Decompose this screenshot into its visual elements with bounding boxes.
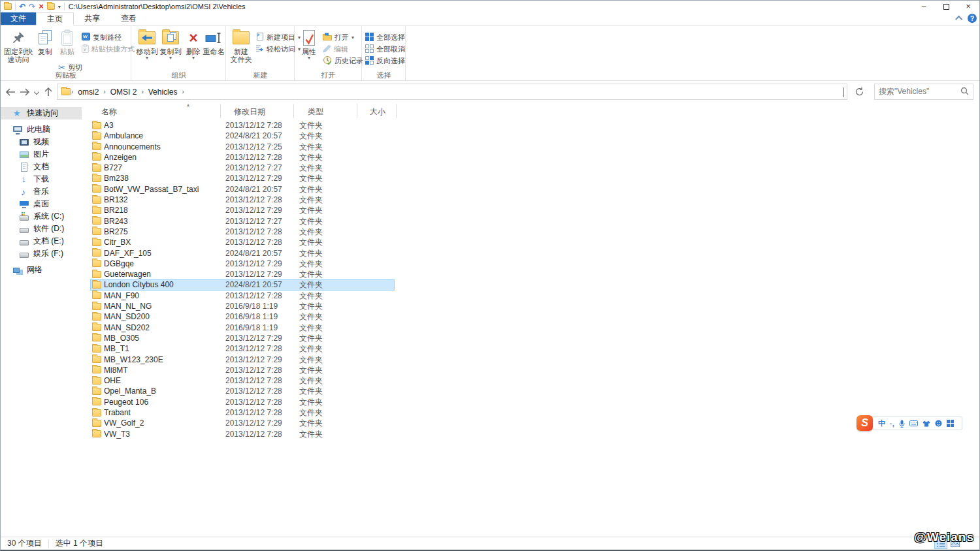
rename-button[interactable]: 重命名 [203, 28, 225, 55]
sidebar-item[interactable]: 下载 [1, 173, 82, 185]
sidebar-item[interactable]: 系统 (C:) [1, 210, 82, 223]
file-row[interactable]: MAN_SD202 2016/9/18 1:19 文件夹 [90, 323, 979, 333]
file-row[interactable]: OHE 2013/12/12 7:28 文件夹 [90, 375, 979, 386]
restore-button[interactable] [935, 1, 957, 12]
file-row[interactable]: VW_Golf_2 2013/12/12 7:29 文件夹 [90, 418, 979, 428]
file-row[interactable]: MAN_NL_NG 2016/9/18 1:19 文件夹 [90, 301, 979, 311]
breadcrumb-segment-omsi2[interactable]: omsi2 [74, 87, 103, 97]
column-header-name[interactable]: 名称 [101, 106, 117, 118]
file-row[interactable]: Ambulance 2024/8/21 20:57 文件夹 [90, 131, 979, 141]
paste-button[interactable]: 粘贴 [57, 28, 78, 55]
pin-to-quick-access-button[interactable]: 固定到快 速访问 [3, 28, 33, 63]
file-row[interactable]: A3 2013/12/12 7:28 文件夹 [90, 120, 979, 131]
sidebar-item[interactable]: 此电脑 [1, 123, 82, 136]
breadcrumb[interactable]: › omsi2 › OMSI 2 › Vehicles › [57, 84, 847, 100]
file-row[interactable]: Opel_Manta_B 2013/12/12 7:28 文件夹 [90, 386, 979, 396]
breadcrumb-segment-vehicles[interactable]: Vehicles [144, 87, 182, 97]
file-row[interactable]: BR132 2013/12/12 7:28 文件夹 [90, 195, 979, 205]
column-divider[interactable] [396, 104, 397, 118]
tab-file[interactable]: 文件 [1, 12, 36, 25]
sogou-logo-icon[interactable]: S [857, 415, 873, 431]
sidebar-item[interactable]: 娱乐 (F:) [1, 247, 82, 260]
file-row[interactable]: Announcements 2013/12/12 7:25 文件夹 [90, 142, 979, 152]
back-button[interactable] [3, 88, 18, 96]
close-button[interactable]: × [957, 1, 979, 12]
breadcrumb-segment-omsi-2[interactable]: OMSI 2 [106, 87, 141, 97]
sidebar-item[interactable]: 视频 [1, 136, 82, 148]
column-header-type[interactable]: 类型 [308, 106, 323, 118]
delete-qat-button[interactable]: × [39, 3, 44, 10]
file-row[interactable]: Peugeot 106 2013/12/12 7:28 文件夹 [90, 397, 979, 407]
properties-qat-icon[interactable] [47, 3, 55, 10]
copy-button[interactable]: 复制 [35, 28, 56, 55]
move-to-button[interactable]: 移动到 [136, 28, 158, 60]
ime-emoji-icon[interactable] [935, 420, 942, 427]
file-row[interactable]: BR243 2013/12/12 7:27 文件夹 [90, 216, 979, 227]
open-button[interactable]: 打开 [323, 32, 354, 42]
refresh-button[interactable] [851, 84, 867, 100]
file-row[interactable]: Trabant 2013/12/12 7:28 文件夹 [90, 407, 979, 418]
file-row[interactable]: DGBgqe 2013/12/12 7:29 文件夹 [90, 259, 979, 269]
select-all-button[interactable]: 全部选择 [365, 32, 405, 42]
copy-path-button[interactable]: 复制路径 [82, 32, 122, 42]
file-row[interactable]: MAN_F90 2013/12/12 7:28 文件夹 [90, 291, 979, 301]
up-button[interactable] [41, 87, 56, 97]
copy-to-button[interactable]: 复制到 [159, 28, 182, 60]
address-dropdown-icon[interactable] [843, 87, 844, 97]
sidebar-item[interactable]: 软件 (D:) [1, 223, 82, 235]
file-row[interactable]: VW_T3 2013/12/12 7:28 文件夹 [90, 429, 979, 439]
qat-dropdown-icon[interactable]: ▾ [58, 4, 61, 10]
column-divider[interactable] [293, 104, 294, 118]
help-icon[interactable]: ? [968, 14, 977, 23]
edit-button[interactable]: 编辑 [323, 44, 348, 54]
undo-button[interactable]: ↶ [19, 3, 25, 10]
file-row[interactable]: Mi8MT 2013/12/12 7:28 文件夹 [90, 365, 979, 375]
file-row[interactable]: MB_O305 2013/12/12 7:29 文件夹 [90, 333, 979, 343]
file-row[interactable]: London Citybus 400 2024/8/21 20:57 文件夹 [90, 279, 395, 290]
sidebar-item[interactable]: 网络 [1, 264, 82, 276]
ime-skin-icon[interactable] [923, 420, 930, 427]
ime-punctuation-button[interactable]: ·, [890, 420, 894, 428]
tab-home[interactable]: 主页 [36, 12, 74, 25]
recent-locations-icon[interactable] [32, 90, 41, 94]
file-row[interactable]: BR275 2013/12/12 7:28 文件夹 [90, 227, 979, 237]
file-row[interactable]: MB_W123_230E 2013/12/12 7:29 文件夹 [90, 354, 979, 365]
file-row[interactable]: DAF_XF_105 2024/8/21 20:57 文件夹 [90, 248, 979, 259]
ime-keyboard-icon[interactable] [909, 420, 918, 426]
ime-voice-icon[interactable] [899, 420, 905, 428]
ime-language-mode-button[interactable]: 中 [878, 418, 885, 428]
new-folder-button[interactable]: 新建 文件夹 [228, 28, 254, 63]
file-row[interactable]: B727 2013/12/12 7:27 文件夹 [90, 163, 979, 173]
file-row[interactable]: Bm238 2013/12/12 7:29 文件夹 [90, 173, 979, 183]
sidebar-item[interactable]: 文档 [1, 161, 82, 173]
search-input[interactable]: 搜索"Vehicles" [874, 84, 973, 100]
file-row[interactable]: Anzeigen 2013/12/12 7:28 文件夹 [90, 152, 979, 163]
properties-button[interactable]: 属性 [298, 28, 320, 60]
file-row[interactable]: Citr_BX 2013/12/12 7:28 文件夹 [90, 237, 979, 247]
sidebar-item[interactable]: 音乐 [1, 185, 82, 198]
column-divider[interactable] [357, 104, 357, 118]
search-icon[interactable] [960, 87, 969, 97]
paste-shortcut-button[interactable]: 粘贴快捷方式 [82, 44, 135, 54]
column-header-date[interactable]: 修改日期 [234, 106, 265, 118]
invert-selection-button[interactable]: 反向选择 [365, 55, 405, 66]
select-none-button[interactable]: 全部取消 [365, 44, 405, 54]
new-item-button[interactable]: 新建项目 [255, 32, 301, 42]
forward-button[interactable] [18, 88, 32, 96]
history-button[interactable]: 历史记录 [323, 55, 363, 66]
minimize-button[interactable]: – [913, 1, 935, 12]
file-row[interactable]: Gueterwagen 2013/12/12 7:29 文件夹 [90, 269, 979, 279]
sidebar-item[interactable]: 图片 [1, 148, 82, 161]
file-row[interactable]: MB_T1 2013/12/12 7:28 文件夹 [90, 343, 979, 354]
file-row[interactable]: BR218 2013/12/12 7:29 文件夹 [90, 205, 979, 215]
sidebar-item[interactable]: 快速访问 [1, 107, 82, 119]
sidebar-item[interactable]: 桌面 [1, 198, 82, 210]
column-divider[interactable] [220, 104, 221, 118]
file-row[interactable]: MAN_SD200 2016/9/18 1:19 文件夹 [90, 311, 979, 322]
tab-share[interactable]: 共享 [74, 12, 110, 25]
redo-button[interactable]: ↷ [29, 3, 35, 10]
sidebar-item[interactable]: 文档 (E:) [1, 235, 82, 247]
delete-button[interactable]: × 删除 [184, 28, 203, 60]
easy-access-button[interactable]: 轻松访问 [255, 44, 301, 54]
column-header-size[interactable]: 大小 [370, 106, 385, 118]
